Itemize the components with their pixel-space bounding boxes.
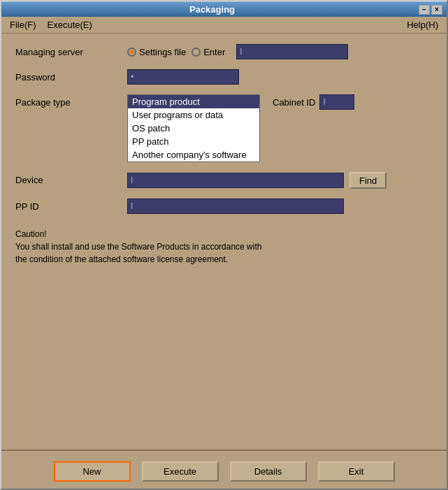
managing-server-controls: Settings file Enter — [127, 44, 433, 59]
pp-id-row: PP ID — [15, 199, 433, 214]
title-bar: Packaging − × — [1, 1, 447, 17]
dropdown-item-0[interactable]: Program product — [128, 95, 259, 108]
pp-id-input[interactable] — [127, 199, 344, 214]
radio-enter[interactable] — [192, 48, 201, 57]
menu-help[interactable]: Help(H) — [401, 18, 444, 31]
dropdown-item-2[interactable]: OS patch — [128, 122, 259, 135]
caution-line2: the condition of the attached software l… — [15, 253, 433, 266]
dropdown-item-4[interactable]: Another company's software — [128, 148, 259, 161]
main-content: Managing server Settings file Enter Pass… — [1, 34, 447, 449]
cabinet-id-area: Cabinet ID — [273, 94, 354, 110]
managing-server-input[interactable] — [236, 44, 348, 59]
dropdown-item-1[interactable]: User programs or data — [128, 108, 259, 122]
radio-settings-file-label[interactable]: Settings file — [127, 47, 186, 57]
menu-file[interactable]: File(F) — [4, 18, 42, 31]
new-button[interactable]: New — [54, 461, 131, 482]
device-row: Device Find — [15, 172, 433, 189]
device-controls: Find — [127, 172, 433, 189]
caution-title: Caution! — [15, 228, 433, 240]
package-type-label: Package type — [15, 94, 127, 108]
password-input[interactable] — [127, 69, 239, 85]
menu-bar: File(F) Execute(E) Help(H) — [1, 17, 447, 34]
pp-id-label: PP ID — [15, 199, 127, 212]
password-row: Password — [15, 69, 433, 85]
radio-settings-file-text: Settings file — [139, 47, 186, 57]
cabinet-id-label: Cabinet ID — [273, 97, 315, 108]
dropdown-item-3[interactable]: PP patch — [128, 135, 259, 148]
exit-button[interactable]: Exit — [318, 461, 395, 482]
managing-server-label: Managing server — [15, 44, 127, 57]
password-controls — [127, 69, 433, 85]
menu-execute[interactable]: Execute(E) — [42, 18, 98, 31]
cabinet-id-input[interactable] — [319, 94, 354, 110]
window-title: Packaging — [6, 4, 419, 15]
device-label: Device — [15, 172, 127, 185]
title-bar-controls: − × — [419, 5, 442, 15]
close-button[interactable]: × — [431, 5, 442, 15]
radio-settings-file[interactable] — [127, 48, 136, 57]
password-label: Password — [15, 69, 127, 82]
package-type-controls: Program product User programs or data OS… — [127, 94, 433, 162]
minimize-button[interactable]: − — [419, 5, 430, 15]
caution-area: Caution! You shall install and use the S… — [15, 228, 433, 266]
managing-server-row: Managing server Settings file Enter — [15, 44, 433, 59]
radio-enter-label[interactable]: Enter — [192, 47, 225, 57]
pp-id-controls — [127, 199, 433, 214]
radio-enter-text: Enter — [203, 47, 225, 57]
main-window: Packaging − × File(F) Execute(E) Help(H)… — [0, 0, 448, 490]
package-type-dropdown[interactable]: Program product User programs or data OS… — [127, 94, 260, 162]
caution-line1: You shall install and use the Software P… — [15, 240, 433, 253]
execute-button[interactable]: Execute — [142, 461, 219, 482]
bottom-bar: New Execute Details Exit — [1, 449, 447, 490]
find-button[interactable]: Find — [349, 172, 386, 189]
radio-group-server: Settings file Enter — [127, 47, 225, 57]
package-type-row: Package type Program product User progra… — [15, 94, 433, 162]
details-button[interactable]: Details — [230, 461, 307, 482]
device-input[interactable] — [127, 173, 344, 188]
